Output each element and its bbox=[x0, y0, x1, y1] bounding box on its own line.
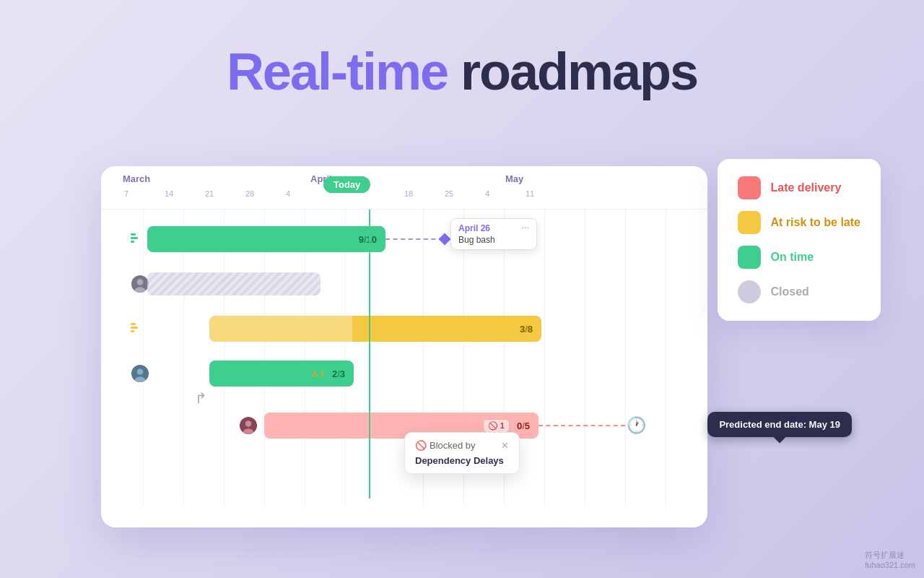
date-21: 21 bbox=[205, 189, 214, 198]
svg-rect-6 bbox=[131, 323, 136, 325]
blocked-popup: 🚫 Blocked by ✕ Dependency Delays bbox=[404, 432, 520, 474]
svg-point-10 bbox=[137, 368, 144, 375]
bar-teal-1: 9/10 bbox=[147, 226, 385, 252]
legend-label-ontime: On time bbox=[771, 251, 814, 264]
close-popup-button[interactable]: ✕ bbox=[501, 440, 509, 451]
bar-count-4: ⚠ 1 2/3 bbox=[311, 368, 345, 379]
gantt-row-3: 3/8 bbox=[123, 306, 707, 351]
svg-point-13 bbox=[245, 420, 252, 427]
blocked-popup-value: Dependency Delays bbox=[415, 455, 509, 466]
hero-title: Real-time roadmaps bbox=[0, 0, 924, 100]
bar-gray-2 bbox=[147, 272, 321, 296]
legend-label-risk: At risk to be late bbox=[771, 216, 860, 229]
bar-yellow-3: 3/8 bbox=[209, 316, 541, 342]
gantt-row-4: ⚠ 1 2/3 ↱ bbox=[123, 351, 707, 396]
timeline-header: March April May 7 14 21 28 4 Today 18 25… bbox=[101, 166, 707, 210]
milestone-tooltip: April 26 ⋯ Bug bash bbox=[450, 218, 537, 250]
blocked-icon: 🚫 bbox=[415, 440, 427, 451]
milestone-diamond bbox=[439, 233, 451, 246]
legend-item-closed: Closed bbox=[738, 280, 860, 303]
row-icon-1 bbox=[130, 231, 143, 247]
predicted-tooltip: Predicted end date: May 19 bbox=[707, 412, 852, 437]
roadmap-card: March April May 7 14 21 28 4 Today 18 25… bbox=[101, 166, 707, 527]
date-7: 7 bbox=[124, 189, 128, 198]
month-may: May bbox=[505, 173, 523, 184]
svg-rect-7 bbox=[131, 327, 138, 329]
legend-card: Late delivery At risk to be late On time… bbox=[718, 159, 881, 321]
date-4a: 4 bbox=[286, 189, 290, 198]
svg-rect-1 bbox=[131, 237, 138, 239]
hero-highlight: Real-time bbox=[227, 43, 448, 100]
date-14: 14 bbox=[165, 189, 173, 198]
gantt-row-5: 🚫 1 0/5 🕐 🚫 Blocked by ✕ Dependency Dela… bbox=[123, 403, 707, 448]
legend-label-closed: Closed bbox=[771, 285, 809, 298]
milestone-name: Bug bash bbox=[458, 235, 529, 245]
milestone-date: April 26 ⋯ bbox=[458, 223, 529, 233]
legend-swatch-ontime bbox=[738, 246, 761, 269]
bar-teal-4: ⚠ 1 2/3 bbox=[209, 361, 354, 387]
clock-icon: 🕐 bbox=[627, 416, 646, 435]
milestone-menu[interactable]: ⋯ bbox=[521, 224, 529, 233]
date-18: 18 bbox=[404, 189, 413, 198]
svg-point-4 bbox=[137, 279, 144, 285]
row-icon-3 bbox=[130, 321, 143, 337]
date-4b: 4 bbox=[485, 189, 489, 198]
date-25: 25 bbox=[445, 189, 453, 198]
bar-yellow-progress bbox=[209, 316, 352, 342]
svg-rect-8 bbox=[131, 330, 134, 332]
month-march: March bbox=[123, 173, 150, 184]
bar-count-1: 9/10 bbox=[359, 234, 377, 245]
date-11: 11 bbox=[526, 189, 534, 198]
legend-swatch-closed bbox=[738, 280, 761, 303]
legend-label-late: Late delivery bbox=[771, 181, 842, 194]
legend-item-ontime: On time bbox=[738, 246, 860, 269]
dashed-ext-1 bbox=[385, 238, 443, 240]
svg-rect-2 bbox=[131, 241, 134, 243]
block-badge: 🚫 1 bbox=[483, 419, 510, 433]
warn-badge: ⚠ 1 bbox=[311, 369, 325, 379]
today-line bbox=[369, 210, 370, 499]
blocked-by-label: 🚫 Blocked by bbox=[415, 440, 476, 451]
bar-count-5: 🚫 1 0/5 bbox=[483, 419, 530, 433]
hero-dark: roadmaps bbox=[448, 43, 697, 100]
gantt-row-1: 9/10 April 26 ⋯ Bug bash bbox=[123, 217, 707, 262]
watermark: 符号扩展迷 fuhao321.com bbox=[865, 550, 915, 569]
legend-item-late: Late delivery bbox=[738, 176, 860, 199]
avatar-3 bbox=[238, 415, 258, 436]
date-28: 28 bbox=[245, 189, 254, 198]
avatar-2 bbox=[130, 363, 150, 384]
tooltip-arrow bbox=[774, 431, 786, 444]
svg-rect-0 bbox=[131, 233, 136, 236]
today-badge: Today bbox=[323, 176, 370, 193]
legend-item-risk: At risk to be late bbox=[738, 211, 860, 234]
gantt-row-2 bbox=[123, 262, 707, 306]
count-val-1: 9 bbox=[359, 234, 364, 245]
gantt-area: 9/10 April 26 ⋯ Bug bash bbox=[101, 210, 707, 506]
blocked-popup-header: 🚫 Blocked by ✕ bbox=[415, 440, 509, 451]
legend-swatch-late bbox=[738, 176, 761, 199]
dashed-ext-5 bbox=[539, 425, 625, 426]
bar-count-3: 3/8 bbox=[520, 324, 533, 335]
legend-swatch-risk bbox=[738, 211, 761, 234]
